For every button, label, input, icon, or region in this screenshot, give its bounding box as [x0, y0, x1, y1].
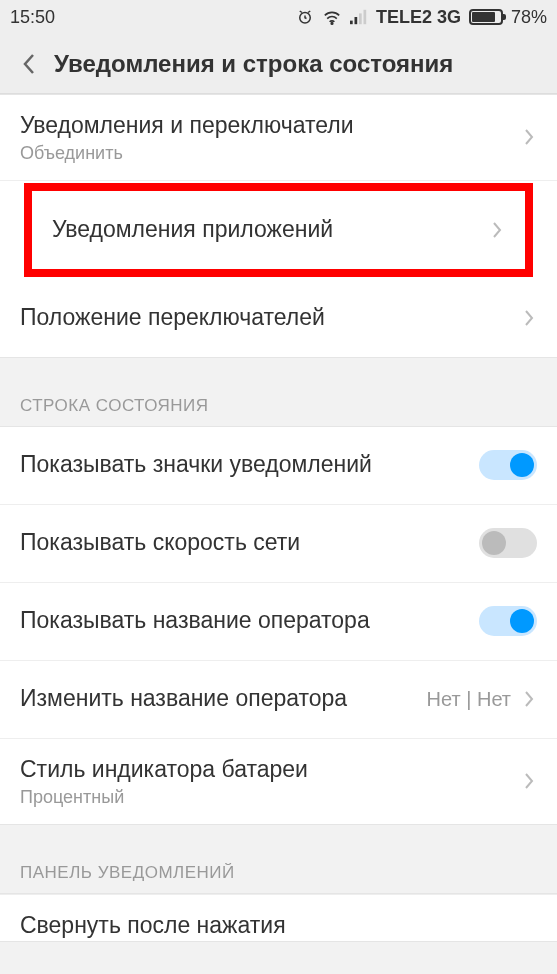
- row-title: Показывать значки уведомлений: [20, 450, 479, 480]
- chevron-right-icon: [523, 311, 537, 325]
- group-statusbar: Показывать значки уведомлений Показывать…: [0, 426, 557, 825]
- svg-rect-2: [350, 21, 353, 25]
- row-title: Показывать скорость сети: [20, 528, 479, 558]
- row-title: Свернуть после нажатия: [20, 911, 537, 941]
- row-change-carrier-name[interactable]: Изменить название оператора Нет | Нет: [0, 661, 557, 739]
- signal-icon: [350, 9, 368, 25]
- row-title: Изменить название оператора: [20, 684, 427, 714]
- status-bar: 15:50 TELE2 3G 78%: [0, 0, 557, 34]
- toggle-switch[interactable]: [479, 450, 537, 480]
- row-battery-indicator-style[interactable]: Стиль индикатора батареи Процентный: [0, 739, 557, 824]
- group-panel: Свернуть после нажатия: [0, 893, 557, 942]
- alarm-icon: [296, 8, 314, 26]
- svg-point-1: [331, 23, 333, 25]
- row-show-network-speed[interactable]: Показывать скорость сети: [0, 505, 557, 583]
- row-title: Показывать название оператора: [20, 606, 479, 636]
- settings-content: Уведомления и переключатели Объединить У…: [0, 94, 557, 942]
- svg-rect-5: [363, 10, 366, 24]
- chevron-right-icon: [523, 774, 537, 788]
- row-title: Уведомления приложений: [52, 215, 491, 245]
- row-notifications-toggles[interactable]: Уведомления и переключатели Объединить: [0, 95, 557, 181]
- row-title: Уведомления и переключатели: [20, 111, 523, 141]
- row-app-notifications[interactable]: Уведомления приложений: [32, 191, 525, 269]
- back-button[interactable]: [14, 49, 44, 79]
- svg-rect-4: [359, 13, 362, 24]
- app-header: Уведомления и строка состояния: [0, 34, 557, 94]
- chevron-right-icon: [523, 692, 537, 706]
- toggle-switch[interactable]: [479, 606, 537, 636]
- row-title: Стиль индикатора батареи: [20, 755, 523, 785]
- chevron-right-icon: [491, 223, 505, 237]
- status-time: 15:50: [10, 7, 55, 28]
- page-title: Уведомления и строка состояния: [54, 50, 453, 78]
- chevron-right-icon: [523, 130, 537, 144]
- row-subtitle: Объединить: [20, 143, 523, 164]
- section-header-panel: ПАНЕЛЬ УВЕДОМЛЕНИЙ: [0, 843, 557, 893]
- highlight-annotation: Уведомления приложений: [24, 183, 533, 277]
- section-header-statusbar: СТРОКА СОСТОЯНИЯ: [0, 376, 557, 426]
- row-toggle-position[interactable]: Положение переключателей: [0, 279, 557, 357]
- row-subtitle: Процентный: [20, 787, 523, 808]
- battery-percent: 78%: [511, 7, 547, 28]
- wifi-icon: [322, 9, 342, 25]
- row-value: Нет | Нет: [427, 688, 511, 711]
- carrier-label: TELE2 3G: [376, 7, 461, 28]
- battery-icon: [469, 9, 503, 25]
- group-notifications: Уведомления и переключатели Объединить У…: [0, 94, 557, 358]
- row-collapse-after-tap[interactable]: Свернуть после нажатия: [0, 894, 557, 941]
- row-title: Положение переключателей: [20, 303, 523, 333]
- row-show-carrier-name[interactable]: Показывать название оператора: [0, 583, 557, 661]
- toggle-switch[interactable]: [479, 528, 537, 558]
- row-show-notification-icons[interactable]: Показывать значки уведомлений: [0, 427, 557, 505]
- svg-rect-3: [354, 17, 357, 24]
